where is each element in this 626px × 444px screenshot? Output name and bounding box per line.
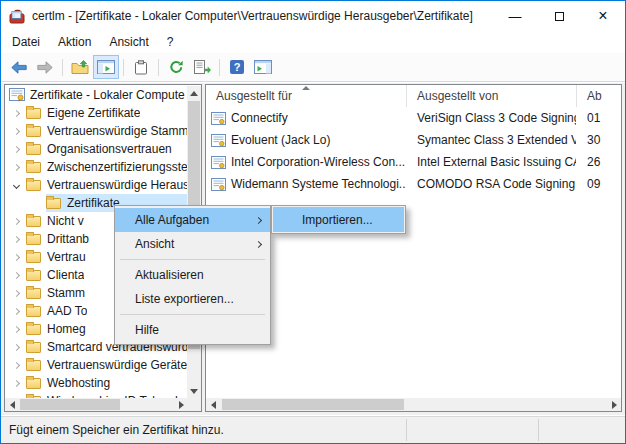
chevron-right-icon[interactable] — [9, 129, 23, 134]
scroll-left-arrow-icon[interactable] — [5, 398, 19, 411]
folder-icon — [26, 162, 41, 173]
menu-help[interactable]: ? — [158, 32, 183, 52]
tree-item-label: Vertrauenswürdige Stamm — [47, 124, 187, 138]
chevron-right-icon[interactable] — [9, 381, 23, 386]
chevron-right-icon[interactable] — [9, 345, 23, 350]
tree-item-label: Organisationsvertrauen — [47, 142, 172, 156]
menu-aktion[interactable]: Aktion — [49, 32, 100, 52]
tree-item-zwischenzertifizierungsstellen[interactable]: Zwischenzertifizierungsste — [5, 158, 187, 176]
clipboard-button[interactable] — [128, 55, 154, 79]
up-level-button[interactable] — [67, 55, 93, 79]
submenu-arrow-icon — [255, 216, 262, 223]
toolbar-separator — [123, 59, 124, 76]
maximize-icon — [555, 12, 564, 21]
chevron-right-icon[interactable] — [9, 219, 23, 224]
column-header-ausgestellt-von[interactable]: Ausgestellt von — [406, 85, 576, 107]
tree-item-label: Vertrauenswürdige Heraus — [47, 178, 187, 192]
menu-bar: Datei Aktion Ansicht ? — [1, 31, 625, 53]
menu-item-hilfe[interactable]: Hilfe — [115, 318, 270, 342]
chevron-right-icon[interactable] — [9, 309, 23, 314]
tree-item-vertrauenswuerdige-geraete[interactable]: Vertrauenswürdige Geräte — [5, 356, 187, 374]
help-button[interactable]: ? — [224, 55, 250, 79]
table-row[interactable]: Intel Corporation-Wireless Con... Intel … — [206, 151, 621, 173]
cell-expiry: 01 — [576, 107, 621, 129]
tree-item-organisationsvertrauen[interactable]: Organisationsvertrauen — [5, 140, 187, 158]
console-tree-icon — [97, 60, 115, 74]
menu-item-importieren[interactable]: Importieren... — [273, 207, 404, 232]
tree-item-label: Zertifikate — [67, 196, 120, 210]
tree-item-eigene-zertifikate[interactable]: Eigene Zertifikate — [5, 104, 187, 122]
chevron-right-icon[interactable] — [9, 147, 23, 152]
chevron-down-icon[interactable] — [9, 183, 23, 188]
menu-separator — [120, 314, 265, 315]
tree-item-vertrauenswuerdige-stamm[interactable]: Vertrauenswürdige Stamm — [5, 122, 187, 140]
certlm-window: certlm - [Zertifikate - Lokaler Computer… — [0, 0, 626, 444]
console-tree-toggle-button[interactable] — [93, 55, 119, 79]
help-icon: ? — [230, 60, 244, 74]
action-pane-toggle-button[interactable] — [250, 55, 276, 79]
tree-item-webhosting[interactable]: Webhosting — [5, 374, 187, 392]
status-pane-divider — [406, 419, 407, 441]
folder-icon — [26, 126, 41, 137]
menu-item-label: Liste exportieren... — [135, 292, 234, 306]
refresh-button[interactable] — [163, 55, 189, 79]
chevron-right-icon[interactable] — [9, 291, 23, 296]
menu-item-aktualisieren[interactable]: Aktualisieren — [115, 263, 270, 287]
table-row[interactable]: Widemann Systeme Technologi... COMODO RS… — [206, 173, 621, 195]
menu-item-label: Hilfe — [135, 323, 159, 337]
chevron-right-icon[interactable] — [9, 273, 23, 278]
cell-issued-by: Intel External Basic Issuing CA 3B — [406, 151, 576, 173]
folder-icon — [26, 270, 41, 281]
toolbar-separator — [62, 59, 63, 76]
folder-icon — [26, 144, 41, 155]
window-title: certlm - [Zertifikate - Lokaler Computer… — [32, 9, 473, 23]
menu-item-liste-exportieren[interactable]: Liste exportieren... — [115, 287, 270, 311]
menu-item-label: Alle Aufgaben — [135, 213, 209, 227]
chevron-right-icon[interactable] — [9, 327, 23, 332]
table-row[interactable]: Evoluent (Jack Lo) Symantec Class 3 Exte… — [206, 129, 621, 151]
title-bar[interactable]: certlm - [Zertifikate - Lokaler Computer… — [1, 1, 625, 31]
chevron-right-icon[interactable] — [9, 237, 23, 242]
close-button[interactable]: × — [581, 1, 625, 31]
tree-horizontal-scrollbar[interactable] — [5, 398, 188, 411]
up-level-icon — [71, 60, 89, 74]
menu-item-ansicht[interactable]: Ansicht — [115, 232, 270, 256]
tree-item-label: Webhosting — [47, 376, 110, 390]
scroll-down-arrow-icon[interactable] — [187, 384, 201, 398]
scrollbar-thumb[interactable] — [20, 399, 120, 410]
column-header-ablaufdatum[interactable]: Ab — [576, 85, 621, 107]
scroll-left-arrow-icon[interactable] — [206, 398, 220, 411]
tree-item-vertrauenswuerdige-herausgeber[interactable]: Vertrauenswürdige Heraus — [5, 176, 187, 194]
chevron-right-icon[interactable] — [9, 255, 23, 260]
tree-item-root[interactable]: Zertifikate - Lokaler Compute — [5, 86, 187, 104]
chevron-right-icon[interactable] — [9, 363, 23, 368]
mmc-console-icon — [9, 9, 26, 24]
forward-button[interactable] — [32, 55, 58, 79]
scroll-right-arrow-icon[interactable] — [174, 398, 188, 411]
minimize-button[interactable]: — — [493, 1, 537, 31]
tree-item-label: Drittanb — [47, 232, 89, 246]
alle-aufgaben-submenu: Importieren... — [271, 205, 406, 234]
tree-item-label: Stamm — [47, 286, 85, 300]
menu-ansicht[interactable]: Ansicht — [100, 32, 157, 52]
table-row[interactable]: Connectify VeriSign Class 3 Code Signing… — [206, 107, 621, 129]
scrollbar-thumb[interactable] — [222, 399, 404, 410]
chevron-right-icon[interactable] — [9, 165, 23, 170]
back-button[interactable] — [6, 55, 32, 79]
status-bar: Fügt einem Speicher ein Zertifikat hinzu… — [1, 416, 625, 443]
list-horizontal-scrollbar[interactable] — [206, 398, 621, 411]
maximize-button[interactable] — [537, 1, 581, 31]
list-header: Ausgestellt für Ausgestellt von Ab — [206, 85, 621, 107]
back-icon — [11, 61, 27, 74]
scroll-right-arrow-icon[interactable] — [607, 398, 621, 411]
export-list-button[interactable] — [189, 55, 215, 79]
chevron-right-icon[interactable] — [9, 111, 23, 116]
status-pane-divider — [538, 419, 539, 441]
folder-icon — [26, 306, 41, 317]
scroll-up-arrow-icon[interactable] — [187, 86, 201, 100]
tree-item-label: Eigene Zertifikate — [47, 106, 140, 120]
menu-datei[interactable]: Datei — [3, 32, 49, 52]
menu-item-alle-aufgaben[interactable]: Alle Aufgaben — [115, 208, 270, 232]
menu-separator — [120, 259, 265, 260]
certificate-icon — [211, 134, 226, 147]
